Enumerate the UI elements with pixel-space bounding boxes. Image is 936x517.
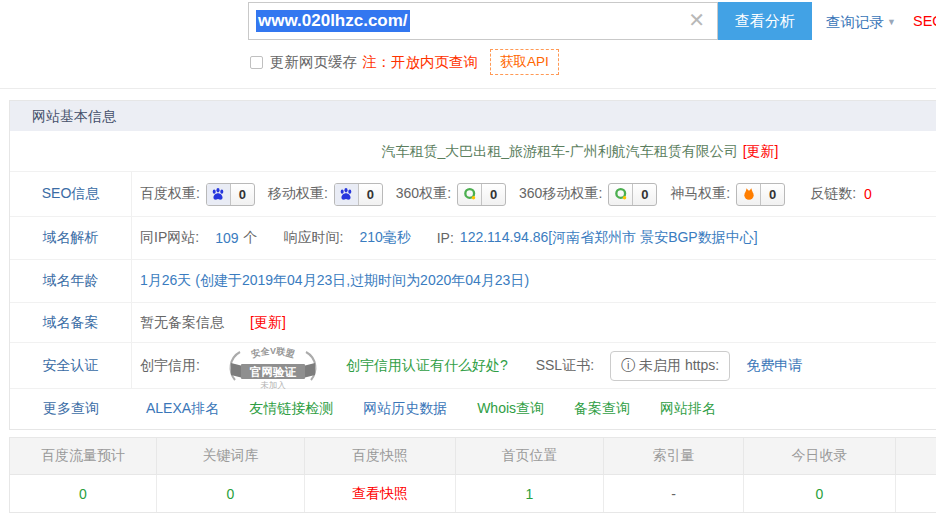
so360-icon [458,184,482,205]
col-header-home-position: 首页位置 [456,438,604,474]
domain-age-value: 1月26天 (创建于2019年04月23日,过期时间为2020年04月23日) [140,272,529,290]
so360-mobile-weight: 360移动权重: 0 [519,183,657,206]
seo-info-label: SEO信息 [10,172,132,216]
cache-option-row: 更新网页缓存 注： 开放内页查询 获取API [250,52,559,72]
get-api-button[interactable]: 获取API [490,49,559,75]
weight-value: 0 [482,184,505,205]
domain-age-row: 域名年龄 1月26天 (创建于2019年04月23日,过期时间为2020年04月… [10,260,936,303]
top-divider [0,88,936,89]
weight-value: 0 [231,184,254,205]
more-queries-content: ALEXA排名 友情链接检测 网站历史数据 Whois查询 备案查询 网站排名 [132,389,936,429]
weight-name: 百度权重: [140,185,200,203]
baidu-paw-icon [207,184,231,205]
baidu-mobile-weight: 移动权重: 0 [268,183,383,206]
site-rank-link[interactable]: 网站排名 [660,400,716,418]
shenma-weight-badge[interactable]: 0 [736,183,785,206]
query-history-dropdown[interactable]: 查询记录▼ [826,13,896,32]
so360-icon [609,184,633,205]
icp-record-label: 域名备案 [10,303,132,342]
col-header-baidu-traffic: 百度流量预计 [10,438,157,474]
shenma-icon [737,184,761,205]
baidu-paw-icon [335,184,359,205]
stats-values-row: 0 0 查看快照 1 - 0 [10,475,936,512]
baidu-pc-weight-badge[interactable]: 0 [206,183,255,206]
backlinks-value[interactable]: 0 [864,186,872,202]
stats-header-row: 百度流量预计 关键词库 百度快照 首页位置 索引量 今日收录 [10,438,936,475]
view-snapshot-link[interactable]: 查看快照 [305,475,456,512]
note-prefix: 注： [362,53,391,72]
weight-name: 360权重: [396,185,451,203]
whois-query-link[interactable]: Whois查询 [477,400,544,418]
site-history-data-link[interactable]: 网站历史数据 [363,400,447,418]
security-label: 安全认证 [10,343,132,388]
col-header-baidu-snapshot: 百度快照 [305,438,456,474]
alexa-rank-link[interactable]: ALEXA排名 [146,400,219,418]
seo-info-content: 百度权重: 0 移动权重: 0 360权重: [132,172,936,216]
security-content: 创宇信用: 安全V联盟 官网验证 未加入 创宇信用认证有什么好处? SSL证 [132,343,936,388]
more-queries-label: 更多查询 [10,389,132,429]
col-header-today-included: 今日收录 [744,438,896,474]
seo-link-cutoff[interactable]: SEO [913,13,936,29]
icp-update-link[interactable]: [更新] [250,314,286,332]
domain-age-label: 域名年龄 [10,260,132,302]
today-included-value: 0 [744,475,896,512]
col-header-index-volume: 索引量 [604,438,744,474]
title-update-link[interactable]: [更新] [743,143,779,159]
shenma-weight: 神马权重: 0 [670,183,785,206]
badge-mid-text: 官网验证 [249,364,297,377]
same-ip-label: 同IP网站: [140,229,199,247]
update-cache-checkbox[interactable] [250,56,263,69]
clear-input-icon[interactable]: ✕ [688,8,705,32]
url-input-selected-text: www.020lhzc.com/ [256,10,410,32]
same-ip-unit: 个 [243,229,257,247]
icp-record-value: 暂无备案信息 [140,314,224,332]
chuangyu-benefit-link[interactable]: 创宇信用认证有什么好处? [346,357,508,375]
response-time-label: 响应时间: [283,229,343,247]
analyze-button[interactable]: 查看分析 [718,2,812,40]
col-header-keyword-count: 关键词库 [157,438,305,474]
baidu-pc-weight: 百度权重: 0 [140,183,255,206]
site-basic-info-panel: 网站基本信息 汽车租赁_大巴出租_旅游租车-广州利航汽车租赁有限公司[更新] S… [9,100,936,430]
icp-record-content: 暂无备案信息 [更新] [132,303,936,342]
weight-value: 0 [359,184,382,205]
so360-pc-weight-badge[interactable]: 0 [457,183,506,206]
stats-table: 百度流量预计 关键词库 百度快照 首页位置 索引量 今日收录 0 0 查看快照 … [9,437,936,513]
so360-pc-weight: 360权重: 0 [396,183,506,206]
weight-name: 移动权重: [268,185,328,203]
dns-row: 域名解析 同IP网站: 109 个 响应时间: 210毫秒 IP: 122.11… [10,217,936,260]
baidu-mobile-weight-badge[interactable]: 0 [334,183,383,206]
friend-links-check-link[interactable]: 友情链接检测 [249,400,333,418]
ip-label: IP: [437,230,454,246]
inner-page-query-link[interactable]: 开放内页查询 [391,53,478,72]
so360-mobile-weight-badge[interactable]: 0 [608,183,657,206]
seo-info-row: SEO信息 百度权重: 0 移动权重: 0 [10,172,936,217]
same-ip-count[interactable]: 109 [215,230,238,246]
ssl-status-text: 未启用 https: [639,357,719,375]
keyword-count-value: 0 [157,475,305,512]
ssl-apply-link[interactable]: 免费申请 [746,357,802,375]
ssl-status-box: ⓘ 未启用 https: [610,351,730,381]
url-input[interactable]: www.020lhzc.com/ ✕ [248,2,718,40]
update-cache-label: 更新网页缓存 [270,53,357,72]
icp-record-row: 域名备案 暂无备案信息 [更新] [10,303,936,343]
weight-name: 神马权重: [670,185,730,203]
col-header-cutoff [896,438,936,474]
security-row: 安全认证 创宇信用: 安全V联盟 官网验证 未加入 创宇信用认证有 [10,343,936,389]
chuangyu-verify-badge[interactable]: 安全V联盟 官网验证 未加入 [218,343,328,389]
home-position-value: 1 [456,475,604,512]
site-title-row: 汽车租赁_大巴出租_旅游租车-广州利航汽车租赁有限公司[更新] [10,131,936,172]
ip-value[interactable]: 122.114.94.86[河南省郑州市 景安BGP数据中心] [460,229,758,247]
index-volume-value: - [604,475,744,512]
info-icon: ⓘ [621,357,635,375]
badge-top-text: 安全V联盟 [249,345,296,359]
value-cutoff [896,475,936,512]
domain-age-content: 1月26天 (创建于2019年04月23日,过期时间为2020年04月23日) [132,260,936,302]
site-title[interactable]: 汽车租赁_大巴出租_旅游租车-广州利航汽车租赁有限公司 [381,143,737,159]
response-time-value: 210毫秒 [359,229,410,247]
chevron-down-icon: ▼ [887,17,896,27]
badge-bottom-text: 未加入 [260,379,286,389]
backlinks-label: 反链数: [810,185,856,203]
icp-query-link[interactable]: 备案查询 [574,400,630,418]
panel-header: 网站基本信息 [10,101,936,131]
more-queries-row: 更多查询 ALEXA排名 友情链接检测 网站历史数据 Whois查询 备案查询 … [10,389,936,429]
